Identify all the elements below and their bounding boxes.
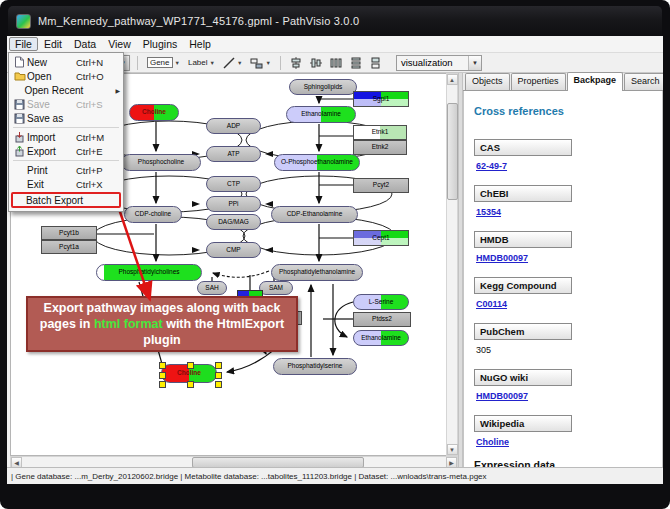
menu-item-open[interactable]: OpenCtrl+O <box>9 69 123 83</box>
line-tool-button[interactable]: ▼ <box>221 55 244 70</box>
chevron-down-icon[interactable]: ▼ <box>237 60 242 66</box>
stack-button[interactable] <box>368 55 384 70</box>
tab-properties[interactable]: Properties <box>511 73 566 90</box>
crossref-link[interactable]: Choline <box>476 437 509 447</box>
crossref-link[interactable]: 62-49-7 <box>476 161 507 171</box>
crossref-link[interactable]: HMDB00097 <box>476 391 528 401</box>
toolbar-separator <box>280 56 281 70</box>
node-ctp[interactable]: CTP <box>206 176 261 192</box>
menubar-item-file[interactable]: File <box>9 37 38 51</box>
label-tool-icon: Label <box>188 58 208 67</box>
node-cept1[interactable]: Cept1 <box>353 230 409 246</box>
tab-search[interactable]: Search <box>624 73 663 90</box>
shape-tool-button[interactable]: ▼ <box>248 55 272 70</box>
node-sphingolipids[interactable]: Sphingolipids <box>289 79 357 95</box>
menubar-item-edit[interactable]: Edit <box>38 37 68 51</box>
node-cdp-choline[interactable]: CDP-choline <box>124 206 182 223</box>
node-ppi[interactable]: PPi <box>206 196 261 212</box>
node-phosphatidylserine[interactable]: Phosphatidylserine <box>273 358 357 375</box>
menu-item-import[interactable]: ImportCtrl+M <box>9 130 123 144</box>
tab-objects[interactable]: Objects <box>465 73 510 90</box>
node-sam[interactable]: SAM <box>259 281 293 295</box>
scroll-up-icon[interactable]: ▲ <box>447 74 458 85</box>
crossref-section-nugo-wiki: NuGO wikiHMDB00097 <box>474 367 652 401</box>
menu-item-new[interactable]: NewCtrl+N <box>9 55 123 69</box>
menu-item-shortcut: Ctrl+M <box>76 132 112 143</box>
side-panel-tabs: ObjectsPropertiesBackpageSearchLegend <box>463 73 663 91</box>
menubar-item-plugins[interactable]: Plugins <box>137 37 183 51</box>
node-phosphocholine[interactable]: Phosphocholine <box>121 154 201 171</box>
node-cdp-ethanolamine[interactable]: CDP-Ethanolamine <box>271 206 358 223</box>
selection-handle[interactable] <box>159 372 166 379</box>
menu-item-label: Print <box>27 165 76 176</box>
scrollbar-thumb[interactable] <box>192 457 364 468</box>
node-adp[interactable]: ADP <box>206 118 261 134</box>
menu-separator <box>13 127 119 128</box>
node-cmp[interactable]: CMP <box>206 242 261 258</box>
canvas-vertical-scrollbar[interactable]: ▲ ▼ <box>446 73 458 456</box>
node-etnk2[interactable]: Etnk2 <box>353 140 407 155</box>
node-pcyt2[interactable]: Pcyt2 <box>353 178 409 193</box>
tab-backpage[interactable]: Backpage <box>567 72 624 91</box>
node-atp[interactable]: ATP <box>206 146 261 162</box>
node-pcyt1a[interactable]: Pcyt1a <box>41 240 97 254</box>
menu-separator <box>13 160 119 161</box>
chevron-down-icon[interactable]: ▼ <box>265 60 270 66</box>
selected-node-choline[interactable]: Choline <box>161 364 217 383</box>
node-o-phosphoethanolamine[interactable]: O-Phosphoethanolamine <box>274 154 360 171</box>
annotation-callout: Export pathway images along with back pa… <box>26 296 298 352</box>
selection-handle[interactable] <box>187 362 194 369</box>
menu-item-export[interactable]: ExportCtrl+E <box>9 144 123 158</box>
node-ptdss2[interactable]: Ptdss2 <box>353 312 411 327</box>
chevron-down-icon[interactable]: ▼ <box>468 56 481 70</box>
scrollbar-thumb[interactable] <box>447 103 458 200</box>
visualization-combobox[interactable]: visualization ▼ <box>396 55 482 71</box>
chevron-down-icon[interactable]: ▼ <box>175 60 180 66</box>
node-phosphatidylethanolamine[interactable]: Phosphatidylethanolamine <box>271 264 363 281</box>
scroll-down-icon[interactable]: ▼ <box>447 444 458 455</box>
title-bar[interactable]: Mm_Kennedy_pathway_WP1771_45176.gpml - P… <box>8 6 662 36</box>
chevron-down-icon[interactable]: ▼ <box>210 60 215 66</box>
menu-item-batch-export[interactable]: Batch Export <box>11 192 121 208</box>
menu-item-exit[interactable]: ExitCtrl+X <box>9 177 123 191</box>
selection-handle[interactable] <box>187 381 194 388</box>
menu-item-shortcut: Ctrl+S <box>76 99 112 110</box>
add-label-button[interactable]: Label ▼ <box>186 55 217 70</box>
menubar-item-view[interactable]: View <box>102 37 137 51</box>
crossref-link[interactable]: 15354 <box>476 207 501 217</box>
crossref-value: HMDB00097 <box>476 253 652 263</box>
distribute-horizontal-button[interactable] <box>328 55 344 70</box>
add-gene-button[interactable]: Gene ▼ <box>145 55 182 70</box>
node-l-serine[interactable]: L-Serine <box>353 294 409 310</box>
menu-item-label: Export <box>27 146 76 157</box>
align-vertical-button[interactable] <box>308 55 324 70</box>
menubar-item-data[interactable]: Data <box>68 37 102 51</box>
crossref-link[interactable]: C00114 <box>476 299 507 309</box>
node-etnk1[interactable]: Etnk1 <box>353 125 407 140</box>
menu-item-print[interactable]: PrintCtrl+P <box>9 163 123 177</box>
distribute-vertical-button[interactable] <box>348 55 364 70</box>
menu-item-open-recent[interactable]: Open Recent▶ <box>9 83 123 97</box>
selection-handle[interactable] <box>215 362 222 369</box>
crossref-link[interactable]: HMDB00097 <box>476 253 528 263</box>
scroll-right-icon[interactable]: ▶ <box>446 457 457 468</box>
node-pcyt1b[interactable]: Pcyt1b <box>41 226 97 240</box>
distribute-horizontal-icon <box>330 57 342 69</box>
selection-handle[interactable] <box>159 381 166 388</box>
align-center-button[interactable] <box>288 55 304 70</box>
menu-item-save-as[interactable]: Save as <box>9 111 123 125</box>
selection-handle[interactable] <box>159 362 166 369</box>
node-sah[interactable]: SAH <box>197 281 227 295</box>
scroll-left-icon[interactable]: ◀ <box>11 457 22 468</box>
selection-handle[interactable] <box>215 372 222 379</box>
crossref-section-hmdb: HMDBHMDB00097 <box>474 229 652 263</box>
node-dag-mag[interactable]: DAG/MAG <box>206 214 261 230</box>
selection-handle[interactable] <box>215 381 222 388</box>
node-sgpl1[interactable]: Sgpl1 <box>353 91 409 107</box>
menubar-item-help[interactable]: Help <box>183 37 217 51</box>
node-choline[interactable]: Choline <box>129 104 179 121</box>
node-ethanolamine[interactable]: Ethanolamine <box>286 106 356 123</box>
callout-highlight: html format <box>94 317 163 331</box>
node-ethanolamine[interactable]: Ethanolamine <box>353 330 409 346</box>
node-phosphatidylcholines[interactable]: Phosphatidylcholines <box>96 264 202 281</box>
